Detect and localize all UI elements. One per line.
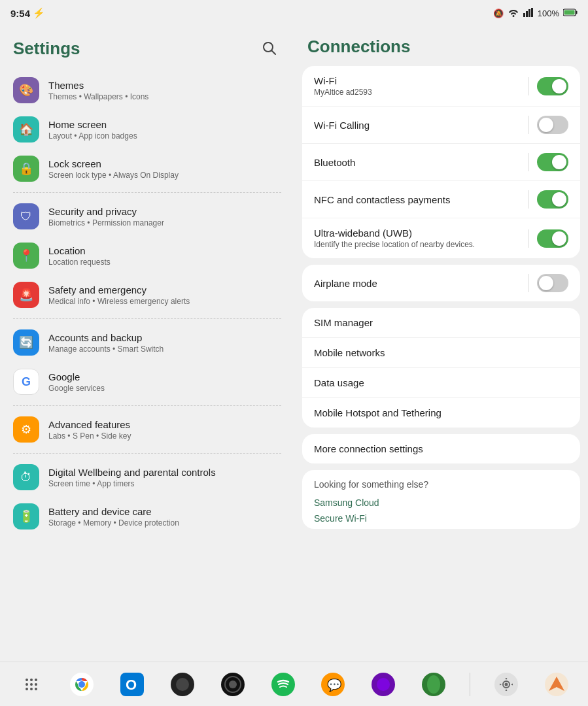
conn-item-data-usage[interactable]: Data usage (302, 368, 580, 398)
themes-title: Themes (48, 80, 281, 91)
location-text: LocationLocation requests (48, 245, 281, 267)
settings-item-advanced-features[interactable]: ⚙Advanced featuresLabs • S Pen • Side ke… (0, 410, 294, 449)
nav-messenger-icon[interactable]: 💬 (319, 670, 347, 699)
conn-item-uwb[interactable]: Ultra-wideband (UWB)Identify the precise… (302, 218, 580, 258)
nav-settings-icon[interactable] (492, 670, 521, 699)
conn-item-more-connection-settings[interactable]: More connection settings (302, 434, 580, 463)
connections-title: Connections (302, 31, 580, 66)
nav-facetime-icon[interactable] (218, 670, 247, 699)
nav-divider (470, 673, 470, 696)
battery-label: 100% (538, 8, 559, 18)
conn-item-title-wifi-calling: Wi-Fi Calling (314, 120, 521, 131)
conn-item-text-nfc: NFC and contactless payments (314, 194, 521, 205)
connections-card-1: Wi-FiMyAltice ad2593Wi-Fi CallingBluetoo… (302, 66, 580, 258)
conn-item-title-bluetooth: Bluetooth (314, 157, 521, 168)
settings-item-security-privacy[interactable]: 🛡Security and privacyBiometrics • Permis… (0, 197, 294, 236)
looking-title: Looking for something else? (314, 479, 568, 490)
svg-rect-0 (523, 13, 525, 17)
search-button[interactable] (258, 37, 281, 60)
nav-grid-button[interactable] (17, 670, 46, 699)
samsung-cloud-link[interactable]: Samsung Cloud (314, 495, 568, 511)
toggle-divider-wifi (528, 77, 529, 95)
toggle-divider-bluetooth (528, 153, 529, 171)
themes-subtitle: Themes • Wallpapers • Icons (48, 92, 281, 101)
themes-text: ThemesThemes • Wallpapers • Icons (48, 80, 281, 101)
settings-item-digital-wellbeing[interactable]: ⏱Digital Wellbeing and parental controls… (0, 458, 294, 497)
nav-spotify-icon[interactable] (269, 670, 298, 699)
settings-item-lock-screen[interactable]: 🔒Lock screenScreen lock type • Always On… (0, 149, 294, 188)
settings-item-themes[interactable]: 🎨ThemesThemes • Wallpapers • Icons (0, 71, 294, 110)
nav-outlook-icon[interactable]: O (118, 670, 147, 699)
settings-item-location[interactable]: 📍LocationLocation requests (0, 236, 294, 275)
safety-emergency-text: Safety and emergencyMedical info • Wirel… (48, 284, 281, 306)
home-screen-text: Home screenLayout • App icon badges (48, 119, 281, 141)
conn-item-airplane-mode[interactable]: Airplane mode (302, 265, 580, 301)
svg-point-28 (229, 681, 237, 688)
settings-item-battery-device[interactable]: 🔋Battery and device careStorage • Memory… (0, 497, 294, 536)
location-subtitle: Location requests (48, 258, 281, 267)
digital-wellbeing-title: Digital Wellbeing and parental controls (48, 467, 281, 478)
advanced-features-subtitle: Labs • S Pen • Side key (48, 431, 281, 441)
accounts-backup-subtitle: Manage accounts • Smart Switch (48, 345, 281, 354)
nav-purple-app-icon[interactable] (369, 670, 398, 699)
security-privacy-text: Security and privacyBiometrics • Permiss… (48, 206, 281, 227)
lock-screen-icon: 🔒 (13, 156, 39, 182)
conn-item-text-sim-manager: SIM manager (314, 317, 568, 328)
nav-chrome-icon[interactable] (67, 670, 96, 699)
nav-circle-icon[interactable] (168, 670, 197, 699)
advanced-features-text: Advanced featuresLabs • S Pen • Side key (48, 419, 281, 441)
settings-item-accounts-backup[interactable]: 🔄Accounts and backupManage accounts • Sm… (0, 323, 294, 362)
toggle-airplane-mode[interactable] (537, 274, 568, 292)
settings-item-safety-emergency[interactable]: 🚨Safety and emergencyMedical info • Wire… (0, 275, 294, 314)
toggle-wifi[interactable] (537, 77, 568, 95)
toggle-knob-nfc (552, 192, 566, 207)
toggle-wifi-calling[interactable] (537, 116, 568, 134)
google-title: Google (48, 371, 281, 382)
connections-card-4: More connection settings (302, 434, 580, 463)
conn-item-nfc[interactable]: NFC and contactless payments (302, 181, 580, 218)
settings-divider (13, 453, 281, 454)
location-title: Location (48, 245, 281, 256)
accounts-backup-title: Accounts and backup (48, 332, 281, 343)
left-header: Settings (0, 31, 294, 71)
home-screen-icon: 🏠 (13, 116, 39, 143)
conn-item-text-bluetooth: Bluetooth (314, 157, 521, 168)
svg-point-16 (30, 688, 33, 690)
digital-wellbeing-icon: ⏱ (13, 464, 39, 490)
conn-item-mobile-networks[interactable]: Mobile networks (302, 338, 580, 368)
svg-point-10 (30, 679, 33, 681)
google-subtitle: Google services (48, 384, 281, 393)
toggle-uwb[interactable] (537, 229, 568, 248)
svg-line-8 (272, 51, 276, 55)
conn-item-wifi[interactable]: Wi-FiMyAltice ad2593 (302, 66, 580, 107)
conn-item-mobile-hotspot[interactable]: Mobile Hotspot and Tethering (302, 398, 580, 428)
settings-item-home-screen[interactable]: 🏠Home screenLayout • App icon badges (0, 110, 294, 149)
conn-item-title-nfc: NFC and contactless payments (314, 194, 521, 205)
home-screen-subtitle: Layout • App icon badges (48, 131, 281, 141)
svg-point-14 (35, 683, 37, 686)
conn-item-bluetooth[interactable]: Bluetooth (302, 144, 580, 181)
svg-point-33 (377, 678, 390, 691)
digital-wellbeing-text: Digital Wellbeing and parental controlsS… (48, 467, 281, 488)
battery-device-subtitle: Storage • Memory • Device protection (48, 518, 281, 528)
conn-item-wifi-calling[interactable]: Wi-Fi Calling (302, 107, 580, 144)
svg-point-13 (30, 683, 33, 686)
nav-green-app-icon[interactable] (419, 670, 448, 699)
battery-device-text: Battery and device careStorage • Memory … (48, 506, 281, 528)
secure-wifi-link[interactable]: Secure Wi-Fi (314, 511, 568, 526)
time-label: 9:54 (10, 8, 30, 19)
advanced-features-icon: ⚙ (13, 416, 39, 443)
toggle-divider-airplane-mode (528, 274, 529, 292)
toggle-knob-wifi (552, 79, 566, 93)
battery-device-title: Battery and device care (48, 506, 281, 517)
settings-item-google[interactable]: GGoogleGoogle services (0, 362, 294, 401)
advanced-features-title: Advanced features (48, 419, 281, 430)
toggle-nfc[interactable] (537, 190, 568, 209)
nav-dart-icon[interactable] (542, 670, 571, 699)
conn-item-sim-manager[interactable]: SIM manager (302, 308, 580, 338)
right-panel: Connections Wi-FiMyAltice ad2593Wi-Fi Ca… (294, 26, 588, 662)
svg-point-35 (427, 675, 440, 694)
conn-item-text-wifi: Wi-FiMyAltice ad2593 (314, 75, 521, 97)
toggle-bluetooth[interactable] (537, 153, 568, 171)
lock-screen-subtitle: Screen lock type • Always On Display (48, 171, 281, 180)
